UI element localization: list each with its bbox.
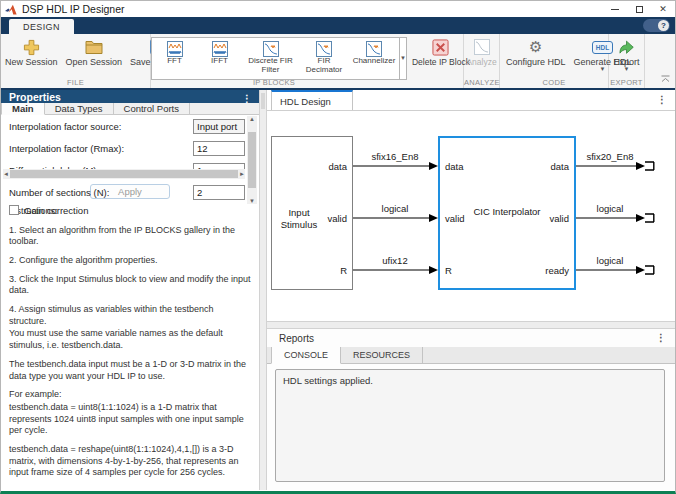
num-sections-input[interactable] — [193, 185, 245, 200]
interp-factor-input[interactable] — [193, 141, 245, 156]
tab-control-ports[interactable]: Control Ports — [114, 103, 190, 114]
signal-label-ufix12: ufix12 — [345, 255, 445, 266]
console-message: HDL settings applied. — [283, 375, 373, 386]
instruction-example-heading: For example: — [9, 389, 251, 401]
reports-menu-icon[interactable]: ⋮ — [656, 332, 666, 343]
horizontal-scrollbar[interactable]: ◄ ► — [3, 169, 245, 179]
cic-interpolator-label: CIC Interpolator — [464, 206, 550, 218]
maximize-button[interactable] — [627, 1, 651, 17]
instruction-step-2: 2. Configure the algorithm properties. — [9, 255, 251, 267]
section-label-analyze: ANALYZE — [464, 78, 499, 87]
properties-header: Properties ⋮ — [1, 90, 259, 103]
cic-port-ready-out: ready — [545, 265, 569, 277]
properties-form: Interpolation factor source: Interpolati… — [1, 115, 259, 181]
gear-icon: ⚙ — [529, 37, 542, 57]
section-label-code: CODE — [500, 78, 608, 87]
section-label-file: FILE — [1, 78, 150, 87]
signal-label-sfix20: sfix20_En8 — [560, 151, 660, 162]
channelizer-icon — [366, 41, 382, 57]
toolbar-section-ip-blocks: FFT IFFT Discrete FIR Filter FIR Decimat… — [151, 34, 464, 88]
splitter-collapse-handle[interactable] — [261, 93, 265, 109]
close-button[interactable]: ✕ — [651, 1, 675, 17]
help-button[interactable]: ? — [643, 19, 670, 32]
maximize-icon — [636, 6, 643, 13]
ip-blocks-gallery: FFT IFFT Discrete FIR Filter FIR Decimat… — [151, 37, 400, 80]
window-title: DSP HDL IP Designer — [22, 3, 125, 15]
vertical-scroll-thumb[interactable] — [248, 132, 256, 188]
tab-console[interactable]: CONSOLE — [271, 347, 341, 364]
input-stimulus-block[interactable]: Input Stimulus data valid R — [271, 136, 353, 290]
cic-interpolator-block[interactable]: CIC Interpolator data valid R data valid… — [438, 136, 576, 290]
title-bar: DSP HDL IP Designer ✕ — [1, 1, 675, 17]
instruction-step-3: 3. Click the Input Stimulus block to vie… — [9, 274, 251, 297]
fir-decimator-icon — [316, 41, 332, 57]
new-session-plus-icon — [23, 37, 40, 57]
vertical-splitter[interactable] — [259, 90, 267, 490]
cic-port-data-out: data — [551, 161, 570, 173]
hdl-design-menu-icon[interactable]: ⋮ — [657, 94, 667, 105]
analyze-button[interactable]: Analyze — [462, 36, 500, 68]
scroll-up-icon: ▲ — [249, 116, 255, 122]
field-label-interp-factor: Interpolation factor (Rmax): — [9, 141, 124, 156]
instruction-note-1: You must use the same variable names as … — [9, 328, 251, 351]
collapse-ribbon-icon[interactable] — [661, 75, 670, 85]
export-arrow-icon — [618, 37, 635, 57]
gallery-item-discrete-fir-filter[interactable]: Discrete FIR Filter — [242, 38, 299, 79]
analyze-icon — [474, 37, 490, 57]
reports-header: Reports ⋮ — [267, 329, 675, 345]
export-caret-icon: ▼ — [624, 67, 630, 72]
gallery-item-ifft[interactable]: IFFT — [197, 38, 242, 79]
app-window: DSP HDL IP Designer ✕ DESIGN ? New Sessi… — [0, 0, 676, 494]
export-button[interactable]: Export ▼ — [609, 36, 643, 73]
toolbar-section-analyze: Analyze ANALYZE — [464, 34, 500, 88]
gain-correction-checkbox[interactable] — [9, 205, 19, 215]
gain-correction-label: Gain correction — [24, 205, 88, 216]
gallery-item-channelizer[interactable]: Channelizer — [349, 38, 399, 79]
reports-panel: Reports ⋮ CONSOLE RESOURCES HDL settings… — [267, 329, 675, 490]
toolbar: New Session Open Session Save Session ▼ … — [1, 34, 675, 90]
reports-tabs: CONSOLE RESOURCES — [267, 347, 675, 364]
open-session-button[interactable]: Open Session — [62, 36, 127, 68]
tab-data-types[interactable]: Data Types — [45, 103, 114, 114]
gallery-dropdown-caret-icon: ▼ — [400, 56, 406, 61]
signal-label-logical-in: logical — [345, 203, 445, 214]
cic-port-valid-in: valid — [445, 213, 465, 225]
instruction-example-1: testbench.data = uint8(1:1:1024) is a 1-… — [9, 402, 251, 437]
close-icon: ✕ — [659, 4, 667, 14]
field-label-num-sections: Number of sections (N): — [9, 185, 109, 200]
tab-resources[interactable]: RESOURCES — [341, 347, 423, 363]
tab-hdl-design[interactable]: HDL Design — [271, 90, 353, 110]
diagram-canvas[interactable]: Input Stimulus data valid R CIC Interpol… — [267, 111, 675, 321]
signal-label-logical-out1: logical — [560, 203, 660, 214]
cic-port-data-in: data — [445, 161, 464, 173]
properties-title: Properties — [9, 91, 61, 103]
input-stimulus-label: Input Stimulus — [274, 207, 324, 231]
hdl-design-tab-bar: HDL Design ⋮ — [267, 90, 675, 111]
port-valid-out: valid — [327, 213, 347, 225]
tab-design[interactable]: DESIGN — [9, 19, 74, 34]
signal-label-sfix16: sfix16_En8 — [345, 151, 445, 162]
reports-title: Reports — [279, 333, 314, 344]
port-data-out: data — [329, 161, 348, 173]
interp-source-dropdown[interactable] — [193, 119, 245, 134]
gallery-item-fft[interactable]: FFT — [152, 38, 197, 79]
cic-port-valid-out: valid — [549, 213, 569, 225]
gallery-item-fir-decimator[interactable]: FIR Decimator — [299, 38, 349, 79]
new-session-button[interactable]: New Session — [1, 36, 62, 68]
gallery-dropdown-button[interactable]: ▼ — [400, 37, 407, 80]
generate-hdl-caret-icon: ▼ — [600, 67, 606, 72]
tab-main[interactable]: Main — [1, 103, 45, 115]
configure-hdl-button[interactable]: ⚙ Configure HDL — [502, 36, 570, 68]
toolbar-spacer — [645, 34, 675, 88]
signal-label-logical-out2: logical — [560, 255, 660, 266]
scroll-left-icon: ◄ — [3, 171, 9, 177]
horizontal-scroll-thumb[interactable] — [10, 170, 238, 178]
hdl-design-panel: HDL Design ⋮ — [267, 90, 675, 321]
minimize-button[interactable] — [603, 1, 627, 17]
section-label-ip-blocks: IP BLOCKS — [151, 78, 397, 87]
properties-menu-icon[interactable]: ⋮ — [242, 93, 252, 104]
properties-tabs: Main Data Types Control Ports — [1, 103, 259, 115]
scroll-down-icon: ▼ — [249, 198, 255, 204]
vertical-scrollbar[interactable]: ▲ ▼ — [247, 116, 257, 204]
field-label-interp-source: Interpolation factor source: — [9, 119, 121, 134]
